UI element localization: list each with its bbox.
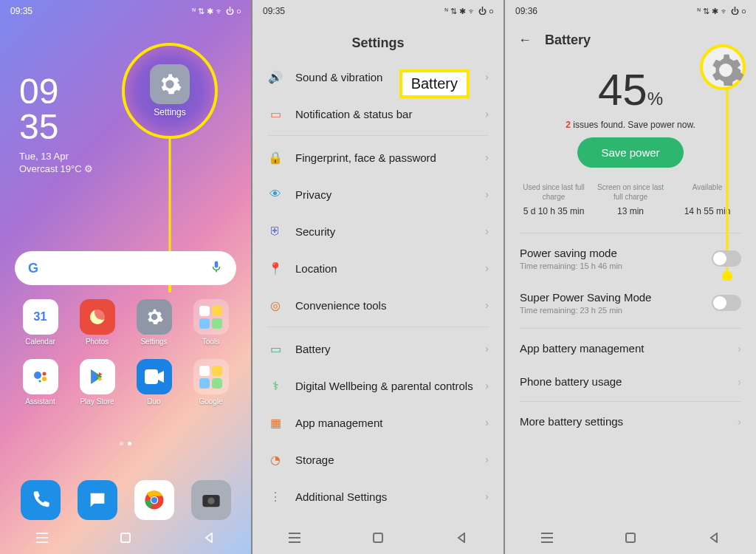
storage-icon: ◔ xyxy=(267,451,284,468)
chevron-right-icon: › xyxy=(485,151,489,163)
mic-icon[interactable] xyxy=(210,260,223,276)
settings-highlight-bubble[interactable]: Settings xyxy=(122,43,218,139)
settings-item-fingerprint,[interactable]: 🔒Fingerprint, face & password› xyxy=(252,139,504,176)
battery-icon: ▭ xyxy=(267,341,284,357)
battery-row-app[interactable]: App battery management› xyxy=(505,332,756,365)
settings-item-notification[interactable]: ▭Notification & status bar› xyxy=(252,95,504,132)
battery-row-power[interactable]: Power saving modeTime remaining: 15 h 46… xyxy=(505,236,756,281)
chevron-right-icon: › xyxy=(485,299,489,311)
svg-point-9 xyxy=(151,497,157,503)
chevron-right-icon: › xyxy=(738,375,741,388)
page-indicator xyxy=(0,442,251,445)
svg-rect-25 xyxy=(541,537,553,538)
back-arrow-icon[interactable]: ← xyxy=(518,33,532,48)
app-grid: 31CalendarPhotosSettingsToolsAssistantPl… xyxy=(15,299,236,406)
app-google[interactable]: Google xyxy=(185,359,236,406)
app-label: Assistant xyxy=(25,397,55,406)
settings-item-storage[interactable]: ◔Storage› xyxy=(252,441,504,478)
settings-list: 🔊Sound & vibration›▭Notification & statu… xyxy=(252,58,504,515)
svg-point-1 xyxy=(168,285,171,293)
app-duo[interactable]: Duo xyxy=(128,359,179,406)
app-play-store[interactable]: Play Store xyxy=(72,359,123,406)
chevron-right-icon: › xyxy=(485,454,489,465)
sound-icon: 🔊 xyxy=(267,69,284,85)
gear-icon xyxy=(150,64,190,104)
stat-col: Screen on since last full charge13 min xyxy=(592,182,669,216)
additional-icon: ⋮ xyxy=(267,488,284,505)
chevron-right-icon: › xyxy=(485,380,489,391)
back-button[interactable] xyxy=(707,530,721,545)
recent-button[interactable] xyxy=(287,530,302,545)
battery-row-super[interactable]: Super Power Saving ModeTime remaining: 2… xyxy=(505,281,756,325)
row-subtitle: Time remaining: 23 h 25 min xyxy=(520,306,651,315)
settings-item-battery[interactable]: ▭Battery› xyxy=(252,330,504,367)
settings-item-location[interactable]: 📍Location› xyxy=(252,250,504,287)
chevron-right-icon: › xyxy=(485,417,489,428)
settings-gear-highlight[interactable] xyxy=(700,44,746,90)
clock-date: Tue, 13 Apr xyxy=(19,151,93,162)
settings-item-digital[interactable]: ⚕Digital Wellbeing & parental controls› xyxy=(252,367,504,404)
toggle-switch[interactable] xyxy=(712,295,741,311)
svg-rect-24 xyxy=(541,533,553,534)
home-button[interactable] xyxy=(371,530,385,545)
chevron-right-icon: › xyxy=(485,343,489,355)
app-calendar[interactable]: 31Calendar xyxy=(15,299,66,346)
search-bar[interactable]: G xyxy=(15,251,236,285)
home-button[interactable] xyxy=(623,530,638,545)
chevron-right-icon: › xyxy=(738,342,741,355)
app-assistant[interactable]: Assistant xyxy=(15,359,66,406)
status-icons: ᴺ ⇅ ✱ ᯤ ⏻ ▢ xyxy=(444,7,493,16)
battery-options: Power saving modeTime remaining: 15 h 46… xyxy=(505,236,756,438)
back-button[interactable] xyxy=(202,530,216,545)
battery-row-more[interactable]: More battery settings› xyxy=(505,405,756,438)
battery-row-phone[interactable]: Phone battery usage› xyxy=(505,365,756,398)
stat-header: Available xyxy=(669,182,746,202)
status-bar: 09:35 ᴺ ⇅ ✱ ᯤ ⏻ ▢ xyxy=(252,0,504,22)
svg-rect-26 xyxy=(541,541,553,543)
svg-rect-13 xyxy=(36,537,48,538)
camera-icon[interactable] xyxy=(185,480,236,520)
stat-header: Used since last full charge xyxy=(515,182,592,202)
app-label: Photos xyxy=(86,338,109,346)
settings-item-security[interactable]: ⛨Security› xyxy=(252,213,504,250)
issues-text: 2 issues found. Save power now. xyxy=(505,120,756,130)
row-title: More battery settings xyxy=(520,415,623,428)
battery-highlight-tag: Battery xyxy=(399,69,470,98)
chrome-icon[interactable] xyxy=(128,480,179,520)
chevron-right-icon: › xyxy=(738,415,741,428)
app-tools[interactable]: Tools xyxy=(185,299,236,346)
app-photos[interactable]: Photos xyxy=(72,299,123,346)
settings-item-label: Storage xyxy=(295,454,473,466)
settings-item-app[interactable]: ▦App management› xyxy=(252,404,504,441)
location-icon: 📍 xyxy=(267,260,284,276)
settings-item-convenience[interactable]: ◎Convenience tools› xyxy=(252,287,504,324)
app-settings[interactable]: Settings xyxy=(128,299,179,346)
status-icons: ᴺ ⇅ ✱ ᯤ ⏻ ▢ xyxy=(697,7,746,16)
svg-rect-21 xyxy=(374,533,382,542)
save-power-button[interactable]: Save power xyxy=(577,137,683,168)
settings-item-additional[interactable]: ⋮Additional Settings› xyxy=(252,478,504,515)
svg-rect-15 xyxy=(121,533,130,542)
messages-icon[interactable] xyxy=(72,480,123,520)
row-title: App battery management xyxy=(520,342,644,355)
settings-bubble-label: Settings xyxy=(154,107,185,117)
stat-header: Screen on since last full charge xyxy=(592,182,669,202)
fingerprint-icon: 🔒 xyxy=(267,149,284,165)
svg-rect-14 xyxy=(36,541,48,543)
phone-icon[interactable] xyxy=(15,480,66,520)
back-button[interactable] xyxy=(454,530,469,545)
svg-rect-20 xyxy=(289,541,300,543)
settings-item-label: Location xyxy=(295,262,473,275)
settings-screen: 09:35 ᴺ ⇅ ✱ ᯤ ⏻ ▢ Settings Battery 🔊Soun… xyxy=(252,0,504,554)
recent-button[interactable] xyxy=(35,530,49,545)
svg-rect-18 xyxy=(289,533,300,534)
app-label: Calendar xyxy=(25,338,55,346)
settings-item-privacy[interactable]: 👁Privacy› xyxy=(252,176,504,213)
nav-bar xyxy=(252,521,504,554)
recent-button[interactable] xyxy=(540,530,554,545)
home-button[interactable] xyxy=(118,530,133,545)
chevron-right-icon: › xyxy=(485,108,489,120)
nav-bar xyxy=(505,521,756,554)
home-clock-widget[interactable]: 09 35 Tue, 13 Apr Overcast 19°C ⚙ xyxy=(19,74,93,174)
toggle-switch[interactable] xyxy=(712,250,741,267)
